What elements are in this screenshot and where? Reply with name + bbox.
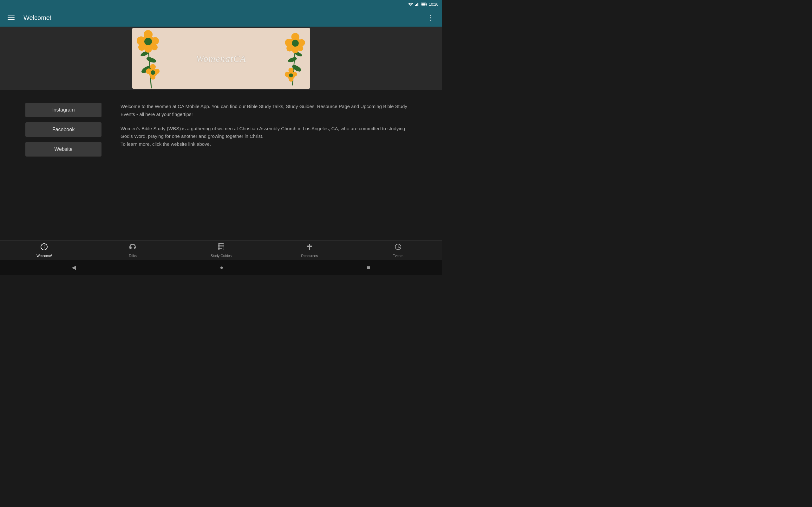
battery-icon xyxy=(421,3,427,6)
floral-left xyxy=(136,28,167,89)
facebook-button[interactable]: Facebook xyxy=(26,122,101,137)
svg-point-43 xyxy=(44,245,44,245)
nav-welcome-label: Welcome! xyxy=(37,254,52,258)
svg-point-15 xyxy=(144,45,152,53)
back-button[interactable]: ◀ xyxy=(72,264,76,271)
nav-resources[interactable]: Resources xyxy=(265,243,354,258)
wifi-icon xyxy=(408,3,413,6)
banner-area: WomenatCA xyxy=(0,26,442,90)
svg-point-37 xyxy=(288,68,293,73)
svg-point-16 xyxy=(138,44,145,51)
status-bar: 10:26 xyxy=(0,0,442,9)
svg-point-23 xyxy=(150,74,155,79)
app-bar-title: Welcome! xyxy=(23,14,425,21)
nav-events-label: Events xyxy=(393,254,403,258)
events-nav-icon xyxy=(394,243,402,252)
floral-left-svg xyxy=(136,28,167,89)
svg-point-24 xyxy=(151,70,155,75)
welcome-nav-icon xyxy=(40,243,48,252)
nav-welcome[interactable]: Welcome! xyxy=(0,243,89,258)
floral-right-svg xyxy=(278,28,307,89)
svg-rect-53 xyxy=(307,245,312,247)
nav-study-guides[interactable]: Study Guides xyxy=(177,243,265,258)
svg-rect-1 xyxy=(415,5,416,6)
recent-button[interactable]: ■ xyxy=(367,264,370,271)
content-area: Instagram Facebook Website Welcome to th… xyxy=(0,90,442,240)
study-guides-nav-icon xyxy=(217,243,225,252)
svg-rect-45 xyxy=(130,247,131,249)
svg-point-26 xyxy=(287,56,297,63)
banner-card: WomenatCA xyxy=(132,28,310,89)
instagram-button[interactable]: Instagram xyxy=(26,103,101,117)
welcome-paragraph-1: Welcome to the Women at CA Mobile App. Y… xyxy=(120,103,417,118)
svg-point-31 xyxy=(298,39,305,46)
svg-point-35 xyxy=(292,40,299,47)
svg-line-56 xyxy=(398,247,399,247)
nav-study-guides-label: Study Guides xyxy=(211,254,232,258)
svg-point-21 xyxy=(146,68,152,74)
svg-point-14 xyxy=(151,37,159,45)
left-buttons: Instagram Facebook Website xyxy=(26,103,101,157)
svg-rect-3 xyxy=(417,3,418,6)
svg-point-41 xyxy=(289,73,293,78)
svg-point-40 xyxy=(289,77,293,81)
nav-talks[interactable]: Talks xyxy=(89,243,177,258)
welcome-paragraph-2: Women's Bible Study (WBS) is a gathering… xyxy=(120,125,417,148)
hamburger-menu-icon[interactable] xyxy=(5,13,17,22)
status-icons: 10:26 xyxy=(408,2,438,7)
svg-point-17 xyxy=(151,44,158,50)
welcome-text: Welcome to the Women at CA Mobile App. Y… xyxy=(120,103,417,148)
svg-point-33 xyxy=(287,45,293,52)
svg-point-39 xyxy=(293,72,297,76)
svg-point-38 xyxy=(285,72,290,77)
svg-point-22 xyxy=(154,69,159,74)
svg-rect-44 xyxy=(44,246,44,248)
info-circle-icon xyxy=(40,243,48,250)
svg-rect-6 xyxy=(426,4,427,5)
resources-nav-icon xyxy=(306,243,313,252)
website-button[interactable]: Website xyxy=(26,142,101,157)
svg-rect-2 xyxy=(416,4,417,6)
svg-rect-4 xyxy=(419,3,419,6)
floral-right xyxy=(278,28,307,89)
signal-icon xyxy=(415,3,419,6)
clock-icon xyxy=(394,243,402,250)
cross-icon xyxy=(306,243,313,250)
bottom-nav: Welcome! Talks Study Guides xyxy=(0,240,442,260)
system-nav-bar: ◀ ● ■ xyxy=(0,260,442,275)
svg-point-20 xyxy=(150,64,156,70)
svg-point-32 xyxy=(292,46,299,53)
status-time: 10:26 xyxy=(429,2,438,7)
svg-point-12 xyxy=(144,30,153,39)
home-button[interactable]: ● xyxy=(220,264,223,271)
book-icon xyxy=(217,243,225,250)
svg-point-29 xyxy=(291,33,299,41)
talks-nav-icon xyxy=(129,243,136,252)
nav-events[interactable]: Events xyxy=(354,243,442,258)
app-bar: Welcome! ⋮ xyxy=(0,9,442,26)
more-options-icon[interactable]: ⋮ xyxy=(425,11,437,24)
nav-talks-label: Talks xyxy=(129,254,137,258)
svg-rect-7 xyxy=(421,3,425,6)
svg-point-18 xyxy=(144,38,152,45)
headphones-icon xyxy=(129,243,136,250)
svg-point-34 xyxy=(298,46,303,51)
svg-rect-46 xyxy=(134,247,136,249)
banner-title: WomenatCA xyxy=(196,53,246,64)
svg-point-0 xyxy=(410,5,411,6)
svg-point-9 xyxy=(146,56,157,64)
nav-resources-label: Resources xyxy=(301,254,318,258)
